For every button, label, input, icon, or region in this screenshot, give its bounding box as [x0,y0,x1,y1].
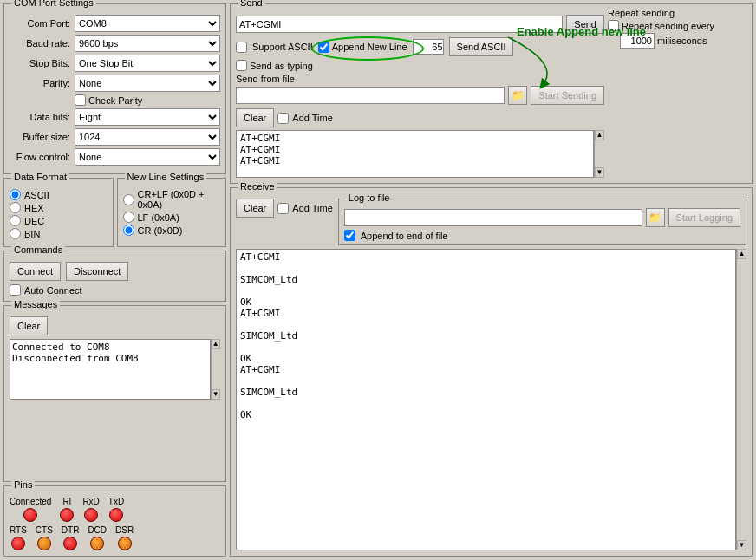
nl-lf-radio[interactable] [123,212,134,223]
check-parity-checkbox[interactable] [75,94,86,106]
repeat-every-label: Repeat sending every [622,21,714,31]
pin-connected: Connected [10,497,51,522]
receive-scroll-down[interactable]: ▼ [737,540,746,550]
right-panel: Send Repeat sending Repeat sending every… [230,0,756,560]
baud-rate-label: Baud rate: [10,38,75,49]
send-log-textarea: AT+CGMI AT+CGMI AT+CGMI [236,130,594,178]
messages-title: Messages [11,299,60,309]
data-format-dec-radio[interactable] [10,215,21,226]
nl-cr-radio[interactable] [123,225,134,236]
commands-group: Commands Connect Disconnect Auto Connect [3,251,226,302]
append-to-end-label: Append to end of file [361,231,448,241]
start-sending-button[interactable]: Start Sending [531,86,604,105]
com-port-settings-group: COM Port Settings Com Port: COM8 Baud ra… [3,3,226,174]
new-line-settings-group: New Line Settings CR+LF (0x0D + 0x0A) LF… [117,178,227,247]
pin-txd-led [109,508,123,522]
send-file-input[interactable] [236,87,505,104]
flow-control-select[interactable]: None [75,148,220,166]
auto-connect-checkbox[interactable] [10,284,21,296]
send-text-input[interactable] [236,16,563,33]
data-format-title: Data Format [11,172,69,182]
buffer-size-select[interactable]: 1024 [75,128,220,146]
send-group: Send Repeat sending Repeat sending every… [230,3,753,184]
ascii-num-input[interactable] [413,39,444,55]
log-file-input[interactable] [344,209,642,226]
send-title: Send [238,0,265,8]
receive-add-time-label: Add Time [292,203,332,213]
receive-clear-button[interactable]: Clear [236,199,274,218]
send-file-browse-button[interactable]: 📁 [508,86,527,105]
pin-dtr-led [63,537,77,550]
receive-log-textarea: AT+CGMI SIMCOM_Ltd OK AT+CGMI SIMCOM_Ltd… [236,249,736,550]
send-ascii-button[interactable]: Send ASCII [449,37,514,56]
send-from-file-label: Send from file [236,74,295,84]
pin-ri-led [60,508,74,522]
pin-rts: RTS [10,525,27,550]
send-add-time-label: Add Time [292,113,332,123]
send-scroll-down[interactable]: ▼ [595,167,604,178]
pins-title: Pins [11,479,35,490]
baud-rate-select[interactable]: 9600 bps [75,35,220,52]
repeat-sending-checkbox[interactable] [608,20,619,31]
start-logging-button[interactable]: Start Logging [668,208,740,227]
com-port-select[interactable]: COM8 [75,15,220,32]
disconnect-button[interactable]: Disconnect [66,262,128,281]
parity-select[interactable]: None [75,75,220,92]
pin-rxd: RxD [82,497,99,522]
data-format-group: Data Format ASCII HEX DEC BIN [3,178,114,247]
data-format-ascii-radio[interactable] [10,189,21,200]
append-new-line-checkbox[interactable] [318,42,329,53]
pins-group: Pins Connected RI RxD TxD [3,485,226,557]
receive-scroll-up[interactable]: ▲ [737,249,746,259]
data-format-ascii-label: ASCII [24,190,49,200]
pin-rts-led [11,537,25,550]
auto-connect-label: Auto Connect [24,285,82,296]
check-parity-label: Check Parity [88,95,142,106]
pin-dsr: DSR [115,525,134,550]
support-ascii-label: Support ASCII [252,42,313,52]
nl-crlf-radio[interactable] [123,194,134,205]
repeat-ms-input[interactable] [620,33,655,49]
send-add-time-checkbox[interactable] [277,113,289,124]
data-bits-label: Data bits: [10,112,75,122]
receive-title: Receive [238,181,277,192]
new-line-settings-title: New Line Settings [125,172,207,182]
connect-button[interactable]: Connect [10,262,61,281]
left-panel: COM Port Settings Com Port: COM8 Baud ra… [0,0,230,560]
pin-rxd-led [84,508,98,522]
data-format-bin-radio[interactable] [10,228,21,239]
pin-txd: TxD [108,497,124,522]
commands-title: Commands [11,244,65,255]
append-to-end-checkbox[interactable] [344,230,355,241]
com-port-settings-title: COM Port Settings [11,0,96,8]
pin-dtr: DTR [62,525,80,550]
receive-add-time-checkbox[interactable] [277,203,289,214]
buffer-size-label: Buffer size: [10,132,75,142]
stop-bits-select[interactable]: One Stop Bit [75,55,220,72]
repeat-ms-label: miliseconds [657,36,707,46]
support-ascii-checkbox[interactable] [236,42,247,53]
parity-label: Parity: [10,78,75,88]
pin-connected-led [23,508,37,522]
send-button[interactable]: Send [566,15,604,34]
messages-clear-button[interactable]: Clear [10,316,48,335]
data-bits-select[interactable]: Eight [75,108,220,126]
pin-dcd-led [90,537,104,550]
append-new-line-wrapper: Append New Line [318,42,407,53]
nl-crlf-label: CR+LF (0x0D + 0x0A) [138,189,221,210]
data-format-dec-label: DEC [24,216,44,226]
send-clear-button[interactable]: Clear [236,108,274,127]
pin-dcd: DCD [88,525,107,550]
receive-group: Receive Clear Add Time Log to file 📁 Sta… [230,187,753,557]
send-scroll-up[interactable]: ▲ [595,130,604,140]
send-as-typing-checkbox[interactable] [236,60,247,71]
nl-lf-label: LF (0x0A) [138,212,179,223]
data-format-hex-radio[interactable] [10,202,21,213]
nl-cr-label: CR (0x0D) [138,225,183,236]
append-new-line-label: Append New Line [332,42,407,52]
messages-group: Messages Clear Connected to COM8 Disconn… [3,305,226,482]
pin-dsr-led [118,537,132,550]
flow-control-label: Flow control: [10,152,75,162]
log-file-browse-button[interactable]: 📁 [646,208,665,227]
pin-cts-led [37,537,51,550]
